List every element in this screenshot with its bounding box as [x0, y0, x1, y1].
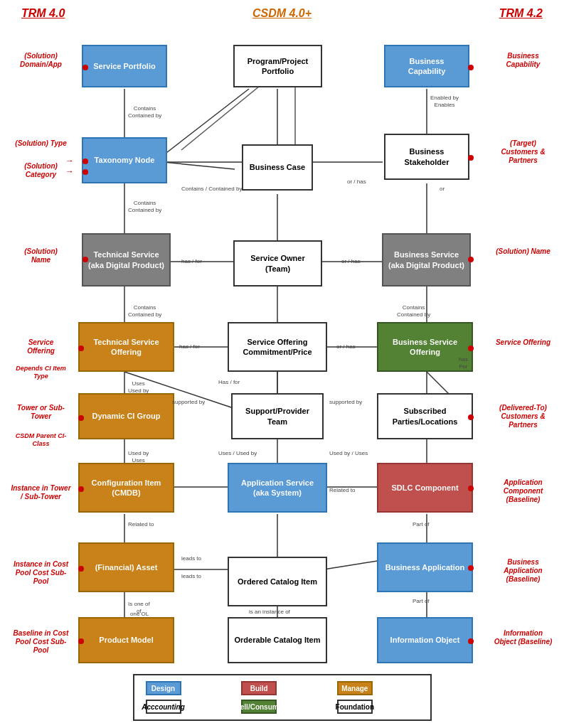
dot-tech-service-offering — [78, 346, 84, 351]
arrow-taxonomy-1: → — [65, 156, 74, 166]
orderable-catalog-item-node: Orderable Catalog Item — [228, 617, 327, 663]
header-left: TRM 4.0 — [21, 7, 65, 20]
dot-taxonomy-node2 — [83, 169, 88, 175]
technical-service-offering-node: Technical Service Offering — [78, 322, 174, 372]
conn-contains-2: ContainsContained by — [128, 200, 161, 213]
label-solution-category: (Solution) Category — [14, 162, 68, 179]
conn-supported-right: supported by — [329, 399, 362, 406]
technical-service-node: Technical Service (aka Digital Product) — [82, 233, 171, 287]
dot-technical-service — [83, 257, 88, 262]
dot-business-app — [468, 565, 474, 571]
conn-or-has-3: or / has — [336, 343, 356, 350]
subscribed-parties-node: Subscribed Parties/Locations — [377, 393, 473, 439]
conn-used-by: Used byUses — [128, 450, 149, 464]
dot-service-portfolio — [83, 65, 88, 70]
conn-related-to: Related to — [329, 487, 355, 494]
conn-related-to2: Related to — [128, 521, 154, 528]
label-business-application-right: Business Application (Baseline) — [493, 558, 553, 584]
business-stakeholder-node: Business Stakeholder — [384, 134, 469, 180]
financial-asset-node: (Financial) Asset — [78, 542, 174, 592]
conn-or-has: or / has — [347, 178, 366, 186]
label-application-component: Application Component (Baseline) — [493, 478, 553, 504]
legend-box-foundation: Foundation — [337, 700, 373, 714]
dot-financial-asset — [78, 566, 84, 572]
label-solution-domain: (Solution) Domain/App — [14, 52, 68, 69]
dot-business-service-offering — [468, 346, 474, 351]
legend-build: Build — [241, 681, 323, 695]
conn-has-for-2: has / for — [179, 343, 200, 350]
arrow-taxonomy-2: → — [65, 166, 74, 176]
dot-product-model — [78, 638, 84, 644]
label-csdm-parent: CSDM Parent CI-Class — [11, 432, 71, 448]
legend-box-accounting: Acccounting — [146, 700, 181, 714]
legend-foundation: Foundation — [337, 700, 419, 714]
conn-contains-3: Contains / Contained by — [181, 186, 242, 193]
dot-business-stakeholder — [468, 155, 474, 161]
taxonomy-node-node: Taxonomy Node — [82, 137, 167, 183]
dot-dynamic-ci — [78, 415, 84, 421]
svg-line-25 — [164, 162, 235, 169]
dot-taxonomy-node — [83, 159, 88, 164]
dot-info-object — [468, 638, 474, 644]
conn-part-of: Part of — [413, 521, 430, 528]
svg-line-36 — [181, 86, 260, 150]
legend: Design Build Manage Acccounting Sell/Con… — [133, 674, 432, 721]
dot-sdlc — [468, 486, 474, 491]
conn-has-for-1: has / for — [181, 258, 202, 265]
label-baseline-cost-pool: Baseline in Cost Pool Cost Sub-Pool — [11, 629, 71, 655]
service-offering-commitment-node: Service Offering Commitment/Price — [228, 322, 327, 372]
label-business-capability-right: Business Capability — [493, 52, 553, 69]
conn-is-instance: is an instance of — [249, 609, 290, 616]
header: TRM 4.0 CSDM 4.0+ TRM 4.2 — [7, 7, 557, 20]
label-depends-ci: Depends CI Item Type — [11, 365, 71, 380]
header-center: CSDM 4.0+ — [252, 7, 312, 20]
legend-sell-consume: Sell/Consume — [241, 700, 323, 714]
label-information-object-right: Information Object (Baseline) — [493, 629, 553, 646]
ordered-catalog-item-node: Ordered Catalog Item — [228, 557, 327, 606]
label-instance-tower: Instance in Tower / Sub-Tower — [11, 484, 71, 501]
program-project-portfolio-node: Program/Project Portfolio — [233, 45, 322, 87]
label-instance-cost-pool: Instance in Cost Pool Cost Sub-Pool — [11, 560, 71, 586]
conn-part-of2: Part of — [413, 598, 430, 605]
conn-has-for-right: hasFor — [459, 356, 468, 370]
legend-accounting: Acccounting — [146, 700, 228, 714]
legend-box-manage: Manage — [337, 681, 373, 695]
dynamic-ci-group-node: Dynamic CI Group — [78, 393, 174, 439]
svg-line-33 — [324, 560, 382, 569]
conn-one-ol: one OL — [130, 611, 149, 618]
label-tower-sub-tower: Tower or Sub-Tower — [14, 404, 68, 421]
conn-or-has-2: or / has — [341, 258, 361, 265]
conn-leads-to: leads to — [181, 555, 201, 562]
conn-leads-to2: leads to — [181, 573, 201, 580]
legend-manage: Manage — [337, 681, 419, 695]
label-service-offering-right: Service Offering — [493, 338, 553, 347]
legend-box-build: Build — [241, 681, 277, 695]
business-application-node: Business Application — [377, 542, 473, 592]
label-target-customers: (Target) Customers & Partners — [493, 139, 553, 165]
business-service-node: Business Service (aka Digital Product) — [382, 233, 471, 287]
application-service-node: Application Service (aka System) — [228, 463, 327, 513]
svg-line-8 — [164, 89, 249, 155]
conn-uses-used: UsesUsed by — [128, 380, 149, 394]
information-object-node: Information Object — [377, 617, 473, 663]
dot-config-item — [78, 486, 84, 492]
conn-has-for-3: Has / for — [218, 379, 240, 386]
legend-box-sell-consume: Sell/Consume — [241, 700, 277, 714]
business-case-node: Business Case — [242, 144, 313, 191]
conn-uses-used2: Uses / Used by — [218, 450, 257, 457]
sdlc-component-node: SDLC Component — [377, 463, 473, 513]
header-right: TRM 4.2 — [499, 7, 543, 20]
conn-supported-left: supported by — [172, 399, 205, 406]
label-solution-name-right: (Solution) Name — [493, 247, 553, 256]
dot-business-capability — [468, 65, 474, 70]
conn-used-by-uses: Used by / Uses — [329, 450, 368, 457]
diagram: Service Portfolio Program/Project Portfo… — [7, 23, 557, 692]
support-provider-team-node: Support/Provider Team — [231, 393, 324, 439]
conn-or-left: or — [440, 186, 445, 193]
configuration-item-node: Configuration Item (CMDB) — [78, 463, 174, 513]
conn-contains-1: ContainsContained by — [128, 105, 161, 119]
service-portfolio-node: Service Portfolio — [82, 45, 167, 87]
conn-enabled-by: Enabled byEnables — [430, 95, 459, 108]
label-service-offering-left: Service Offering — [14, 338, 68, 355]
label-solution-name-left: (Solution) Name — [14, 247, 68, 264]
